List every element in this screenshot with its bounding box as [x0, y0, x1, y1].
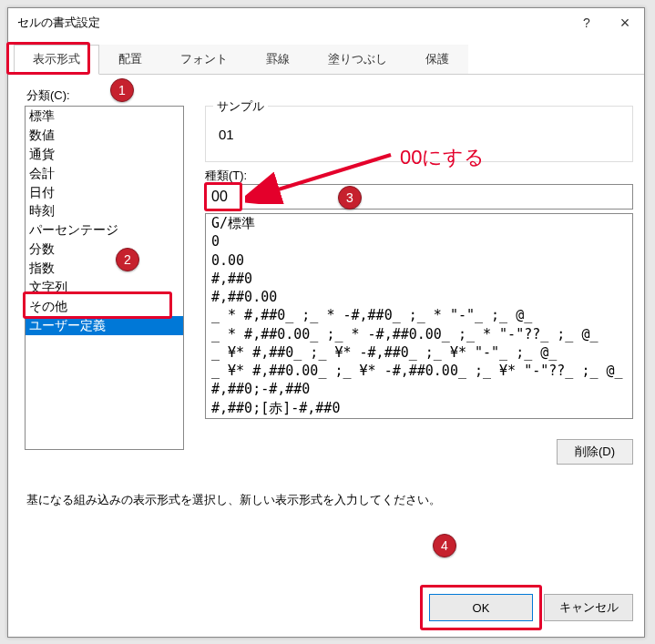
category-item[interactable]: 文字列: [26, 278, 183, 297]
category-item[interactable]: 会計: [26, 164, 183, 183]
tab-protection[interactable]: 保護: [406, 45, 468, 74]
cancel-button[interactable]: キャンセル: [544, 594, 633, 621]
type-list[interactable]: G/標準 0 0.00 #,##0 #,##0.00 _ * #,##0_ ;_…: [205, 213, 633, 419]
type-item[interactable]: #,##0.00;-#,##0.00: [206, 417, 632, 419]
type-item[interactable]: 0.00: [206, 251, 632, 270]
type-item[interactable]: _ ¥* #,##0_ ;_ ¥* -#,##0_ ;_ ¥* "-"_ ;_ …: [206, 343, 632, 362]
type-item[interactable]: #,##0: [206, 270, 632, 288]
annotation-badge-1: 1: [110, 78, 134, 102]
dialog-body: 分類(C): 標準 数値 通貨 会計 日付 時刻 パーセンテージ 分数 指数 文…: [8, 75, 644, 639]
category-item[interactable]: 時刻: [26, 201, 183, 220]
category-item[interactable]: 分数: [26, 240, 183, 259]
tab-font[interactable]: フォント: [161, 45, 247, 74]
type-item[interactable]: #,##0.00: [206, 288, 632, 306]
tab-strip: 表示形式 配置 フォント 罫線 塗りつぶし 保護: [8, 41, 644, 75]
type-item[interactable]: _ ¥* #,##0.00_ ;_ ¥* -#,##0.00_ ;_ ¥* "-…: [206, 362, 632, 380]
category-label: 分類(C):: [26, 87, 70, 104]
titlebar: セルの書式設定 ? ×: [8, 8, 644, 37]
format-cells-dialog: セルの書式設定 ? × 表示形式 配置 フォント 罫線 塗りつぶし 保護 分類(…: [7, 7, 645, 638]
category-item[interactable]: その他: [26, 297, 183, 316]
help-text: 基になる組み込みの表示形式を選択し、新しい表示形式を入力してください。: [26, 492, 441, 508]
delete-button[interactable]: 削除(D): [557, 439, 633, 465]
type-item[interactable]: G/標準: [206, 214, 632, 232]
category-list[interactable]: 標準 数値 通貨 会計 日付 時刻 パーセンテージ 分数 指数 文字列 その他 …: [25, 106, 184, 450]
type-item[interactable]: #,##0;-#,##0: [206, 380, 632, 398]
type-item[interactable]: _ * #,##0_ ;_ * -#,##0_ ;_ * "-"_ ;_ @_: [206, 306, 632, 324]
close-button[interactable]: ×: [606, 8, 644, 37]
ok-button[interactable]: OK: [429, 594, 533, 621]
tab-number[interactable]: 表示形式: [14, 45, 99, 75]
sample-label: サンプル: [213, 98, 268, 115]
sample-group: サンプル 01: [205, 106, 633, 162]
help-button[interactable]: ?: [568, 8, 606, 37]
category-item[interactable]: 日付: [26, 183, 183, 202]
category-item-selected[interactable]: ユーザー定義: [26, 316, 183, 335]
tab-alignment[interactable]: 配置: [99, 45, 161, 74]
category-item[interactable]: 指数: [26, 259, 183, 278]
type-item[interactable]: _ * #,##0.00_ ;_ * -#,##0.00_ ;_ * "-"??…: [206, 325, 632, 343]
type-item[interactable]: 0: [206, 232, 632, 250]
type-input[interactable]: [205, 184, 633, 210]
tab-fill[interactable]: 塗りつぶし: [309, 45, 406, 74]
type-label: 種類(T):: [205, 168, 247, 184]
category-item[interactable]: 数値: [26, 126, 183, 145]
category-item[interactable]: 通貨: [26, 145, 183, 164]
category-item[interactable]: パーセンテージ: [26, 220, 183, 240]
category-item[interactable]: 標準: [26, 107, 183, 126]
window-title: セルの書式設定: [17, 15, 568, 31]
sample-value: 01: [219, 127, 234, 142]
type-item[interactable]: #,##0;[赤]-#,##0: [206, 399, 632, 417]
tab-border[interactable]: 罫線: [247, 45, 309, 74]
annotation-badge-4: 4: [433, 534, 456, 557]
